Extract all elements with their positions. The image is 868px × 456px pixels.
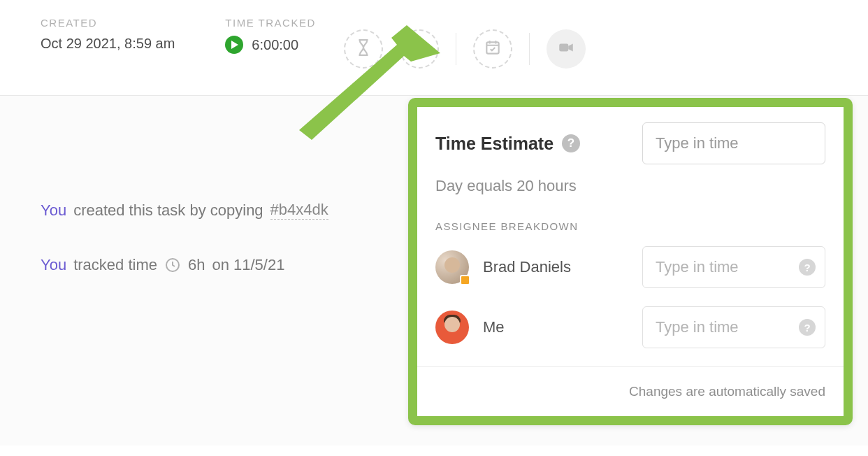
popover-header: Time Estimate ? — [435, 122, 825, 164]
assignee-row: Brad Daniels ? — [435, 246, 825, 288]
clock-icon — [164, 257, 181, 273]
activity-text: created this task by copying — [73, 201, 263, 220]
popover-subtitle: Day equals 20 hours — [435, 177, 825, 195]
video-icon — [557, 38, 575, 59]
activity-text: tracked time — [73, 256, 157, 274]
task-header: CREATED Oct 29 2021, 8:59 am TIME TRACKE… — [0, 0, 868, 96]
popover-title: Time Estimate — [435, 134, 554, 154]
assignee-time-input[interactable] — [642, 306, 825, 348]
created-value: Oct 29 2021, 8:59 am — [41, 36, 175, 52]
due-date-button[interactable] — [473, 29, 512, 69]
created-label: CREATED — [41, 17, 175, 29]
hourglass-icon — [354, 38, 372, 59]
avatar[interactable] — [435, 311, 469, 344]
assignee-row: Me ? — [435, 306, 825, 348]
help-icon[interactable]: ? — [799, 259, 816, 276]
tracked-date: on 11/5/21 — [212, 256, 284, 274]
task-reference-link[interactable]: #b4x4dk — [270, 201, 328, 220]
svg-rect-3 — [559, 44, 568, 52]
time-tracked-value: 6:00:00 — [252, 37, 298, 53]
time-tracked-label: TIME TRACKED — [225, 17, 315, 29]
user-link[interactable]: You — [41, 256, 66, 274]
star-icon — [410, 38, 428, 59]
assignee-name: Brad Daniels — [483, 258, 571, 276]
tracked-duration: 6h — [188, 256, 205, 274]
user-status-away-icon — [460, 275, 470, 285]
avatar[interactable] — [435, 250, 469, 284]
svg-rect-2 — [486, 42, 498, 53]
time-estimate-button[interactable] — [344, 29, 383, 69]
help-icon[interactable]: ? — [799, 319, 816, 336]
header-action-icons — [344, 29, 586, 69]
separator — [456, 33, 456, 65]
assignee-time-input[interactable] — [642, 246, 825, 288]
assignee-breakdown-label: ASSIGNEE BREAKDOWN — [435, 220, 825, 232]
time-tracked-block: TIME TRACKED 6:00:00 — [225, 17, 315, 54]
sprint-points-button[interactable] — [400, 29, 439, 69]
created-block: CREATED Oct 29 2021, 8:59 am — [41, 17, 175, 52]
time-estimate-input[interactable] — [642, 122, 825, 164]
play-timer-button[interactable] — [225, 36, 243, 54]
time-estimate-popover: Time Estimate ? Day equals 20 hours ASSI… — [408, 98, 853, 425]
separator — [529, 33, 530, 65]
user-link[interactable]: You — [41, 201, 66, 220]
calendar-icon — [484, 38, 502, 59]
svg-marker-0 — [231, 41, 238, 49]
assignee-name: Me — [483, 318, 505, 336]
popover-footer: Changes are automatically saved — [417, 366, 844, 416]
video-call-button[interactable] — [547, 29, 586, 69]
help-icon[interactable]: ? — [562, 134, 580, 152]
